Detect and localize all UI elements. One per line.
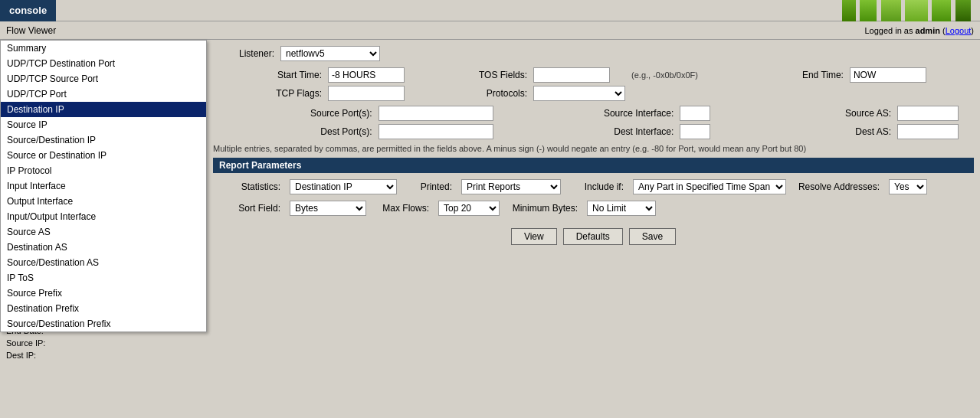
protocols-select[interactable] <box>533 86 625 101</box>
dropdown-item[interactable]: IP Protocol <box>1 163 206 178</box>
resolve-addresses-select[interactable]: Yes No <box>889 179 927 194</box>
logged-in-info: Logged in as admin (Logout) <box>864 26 974 35</box>
dropdown-item[interactable]: UDP/TCP Source Port <box>1 71 206 87</box>
dropdown-item[interactable]: Output Interface <box>1 194 206 209</box>
start-time-label: Start Time: <box>213 70 322 80</box>
source-as-label: Source AS: <box>747 108 891 119</box>
source-ip-row: Source IP: <box>0 337 54 349</box>
main-container: SummaryUDP/TCP Destination PortUDP/TCP S… <box>0 40 980 364</box>
dropdown-item[interactable]: Destination AS <box>1 240 206 255</box>
sort-field-select[interactable]: Bytes Packets Flows <box>290 201 366 216</box>
dest-interface-input[interactable] <box>680 124 710 139</box>
dropdown-item[interactable]: UDP/TCP Destination Port <box>1 56 206 71</box>
dropdown-item[interactable]: Destination Prefix <box>1 301 206 316</box>
resolve-addresses-label: Resolve Addresses: <box>795 181 880 192</box>
logout-link[interactable]: Logout <box>946 26 972 35</box>
statistics-label: Statistics: <box>219 181 280 192</box>
dropdown-item[interactable]: Source Prefix <box>1 286 206 301</box>
action-buttons: View Defaults Save <box>213 219 974 254</box>
decorative-bars <box>842 0 980 21</box>
minimum-bytes-select[interactable]: No Limit 1K 10K 100K <box>587 201 656 216</box>
second-bar: Flow Viewer Logged in as admin (Logout) <box>0 21 980 40</box>
tos-hint: (e.g., -0x0b/0x0F) <box>631 70 746 80</box>
dropdown-item[interactable]: Source/Destination AS <box>1 255 206 270</box>
source-interface-label: Source Interface: <box>507 108 674 119</box>
report-params-row2: Sort Field: Bytes Packets Flows Max Flow… <box>213 198 974 219</box>
dropdown-item[interactable]: Source AS <box>1 224 206 240</box>
source-ports-label: Source Port(s): <box>213 108 372 119</box>
dest-ports-label: Dest Port(s): <box>213 126 372 137</box>
hint-text: Multiple entries, separated by commas, a… <box>213 142 974 155</box>
dest-as-input[interactable] <box>897 124 959 139</box>
right-panel: Listener: netflowv5 netflowv9 sflow Star… <box>207 40 980 364</box>
dropdown-item[interactable]: Destination IP <box>1 102 206 117</box>
include-if-select[interactable]: Any Part in Specified Time Span Entire F… <box>633 179 786 194</box>
source-interface-input[interactable] <box>680 106 710 121</box>
source-ip-label: Source IP: <box>6 338 45 348</box>
source-as-input[interactable] <box>897 106 959 121</box>
tos-label: TOS Fields: <box>426 70 527 80</box>
report-params-header: Report Parameters <box>213 158 974 173</box>
sort-field-label: Sort Field: <box>219 203 280 214</box>
listener-label: Listener: <box>213 48 274 59</box>
printed-select[interactable]: Print Reports All <box>461 179 561 194</box>
top-bar: console <box>0 0 980 21</box>
listener-select[interactable]: netflowv5 netflowv9 sflow <box>280 46 380 61</box>
view-button[interactable]: View <box>511 228 557 245</box>
dest-ip-row: Dest IP: <box>0 349 54 361</box>
save-button[interactable]: Save <box>629 228 676 245</box>
defaults-button[interactable]: Defaults <box>563 228 623 245</box>
include-if-label: Include if: <box>570 181 624 192</box>
dropdown-item[interactable]: UDP/TCP Port <box>1 87 206 102</box>
dest-as-label: Dest AS: <box>747 126 891 137</box>
dropdown-item[interactable]: Source/Destination IP <box>1 132 206 148</box>
statistics-dropdown-menu: SummaryUDP/TCP Destination PortUDP/TCP S… <box>0 40 207 332</box>
dest-ip-label: Dest IP: <box>6 351 36 360</box>
start-time-input[interactable] <box>328 67 405 83</box>
flow-viewer-label: Flow Viewer <box>6 25 56 36</box>
max-flows-select[interactable]: Top 20 Top 10 Top 50 Top 100 <box>438 201 500 216</box>
console-button[interactable]: console <box>0 0 56 21</box>
dropdown-item[interactable]: Source IP <box>1 117 206 132</box>
listener-row: Listener: netflowv5 netflowv9 sflow <box>213 43 974 64</box>
report-params-row1: Statistics: Destination IP Source IP Sou… <box>213 176 974 198</box>
dropdown-item[interactable]: Input Interface <box>1 178 206 194</box>
dropdown-item[interactable]: Source or Destination IP <box>1 148 206 163</box>
tos-input[interactable] <box>533 67 610 83</box>
tcp-flags-label: TCP Flags: <box>213 88 322 99</box>
dropdown-item[interactable]: IP ToS <box>1 270 206 286</box>
source-ports-input[interactable] <box>379 106 493 121</box>
statistics-select[interactable]: Destination IP Source IP Source/Destinat… <box>290 179 397 194</box>
dest-ports-input[interactable] <box>379 124 493 139</box>
dropdown-item[interactable]: Source/Destination Prefix <box>1 316 206 331</box>
dropdown-item[interactable]: Summary <box>1 41 206 56</box>
end-time-label: End Time: <box>752 70 844 80</box>
protocols-label: Protocols: <box>426 88 527 99</box>
printed-label: Printed: <box>406 181 452 192</box>
minimum-bytes-label: Minimum Bytes: <box>509 203 578 214</box>
tcp-flags-input[interactable] <box>328 86 405 101</box>
dropdown-item[interactable]: Input/Output Interface <box>1 209 206 224</box>
dest-interface-label: Dest Interface: <box>507 126 674 137</box>
max-flows-label: Max Flows: <box>375 203 429 214</box>
end-time-input[interactable] <box>850 67 926 83</box>
